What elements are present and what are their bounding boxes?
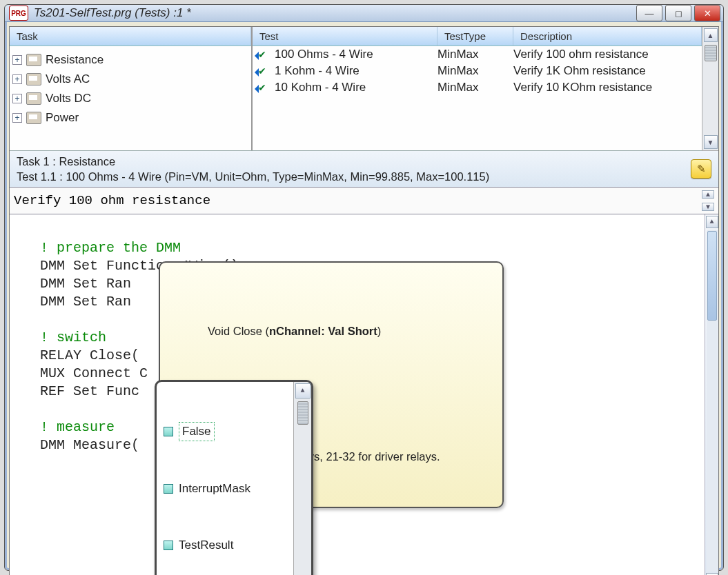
autocomplete-popup[interactable]: False InterruptMask TestResult TestStatu…	[155, 380, 313, 575]
window-title: Ts201-SelfTest.prg (Tests) :1 *	[34, 6, 636, 20]
tooltip-signature: Void Close (nChannel: Val Short)	[170, 304, 493, 358]
desc-stepper[interactable]: ▲ ▼	[702, 189, 714, 212]
autocomplete-item[interactable]: False	[157, 421, 293, 443]
autocomplete-label: InterruptMask	[179, 480, 250, 498]
test-list[interactable]: 100 Ohms - 4 Wire MinMax Verify 100 ohm …	[253, 46, 702, 150]
description-text: Verify 100 ohm resistance	[14, 193, 702, 208]
top-vscrollbar[interactable]: ▲ ▼	[702, 27, 718, 151]
task-label: Power	[46, 108, 79, 128]
autocomplete-scrollbar[interactable]: ▲ ▼	[293, 382, 311, 575]
task-icon	[26, 73, 41, 85]
scroll-down-icon[interactable]: ▼	[704, 135, 718, 149]
note-icon: ✎	[697, 163, 706, 175]
code-line: MUX Connect C	[40, 365, 148, 381]
task-label: Volts AC	[46, 70, 90, 89]
autocomplete-label: TestResult	[179, 536, 233, 554]
col-testtype[interactable]: TestType	[437, 27, 513, 46]
scroll-thumb[interactable]	[705, 45, 717, 61]
task-pane: Task + Resistance + Volts AC + Volts D	[10, 27, 253, 150]
test-icon	[257, 50, 270, 61]
info-task: Task 1 : Resistance	[17, 154, 691, 169]
test-name: 1 Kohm - 4 Wire	[275, 64, 360, 78]
code-line: ! measure	[40, 419, 115, 435]
titlebar[interactable]: PRG Ts201-SelfTest.prg (Tests) :1 * — ◻ …	[5, 5, 723, 22]
task-icon	[26, 92, 41, 105]
expand-icon[interactable]: +	[12, 94, 22, 103]
test-desc: Verify 100 ohm resistance	[513, 48, 702, 61]
test-row[interactable]: 100 Ohms - 4 Wire MinMax Verify 100 ohm …	[253, 46, 702, 63]
info-band: Task 1 : Resistance Test 1.1 : 100 Ohms …	[10, 151, 718, 188]
col-test[interactable]: Test	[253, 27, 437, 46]
editor-vscrollbar[interactable]: ▲ ▼	[705, 214, 718, 575]
expand-icon[interactable]: +	[12, 113, 22, 123]
col-description[interactable]: Description	[513, 27, 702, 46]
minimize-button[interactable]: —	[636, 5, 662, 21]
test-icon	[257, 67, 270, 78]
app-window: PRG Ts201-SelfTest.prg (Tests) :1 * — ◻ …	[4, 4, 724, 571]
task-tree[interactable]: + Resistance + Volts AC + Volts DC +	[10, 46, 251, 150]
code-line: RELAY Close(	[40, 347, 139, 363]
step-up-icon[interactable]: ▲	[702, 190, 714, 199]
col-task[interactable]: Task	[10, 27, 251, 46]
code-line: REF Set Func	[40, 383, 139, 399]
scroll-thumb[interactable]	[707, 231, 717, 321]
scroll-up-icon[interactable]: ▲	[706, 216, 718, 228]
close-button[interactable]: ✕	[694, 5, 720, 21]
autocomplete-item[interactable]: TestResult	[157, 535, 293, 556]
task-row[interactable]: + Volts DC	[12, 89, 248, 108]
scroll-thumb[interactable]	[297, 401, 308, 425]
keyword-icon	[164, 484, 173, 494]
keyword-icon	[164, 541, 173, 550]
info-test: Test 1.1 : 100 Ohms - 4 Wire (Pin=VM, Un…	[17, 169, 691, 184]
scroll-up-icon[interactable]: ▲	[295, 383, 311, 399]
expand-icon[interactable]: +	[12, 55, 22, 65]
client-area: Task + Resistance + Volts AC + Volts D	[9, 26, 719, 575]
task-icon	[26, 112, 41, 124]
code-line: ! switch	[40, 330, 106, 345]
code-line: DMM Set Ran	[40, 294, 131, 310]
test-icon	[257, 83, 270, 94]
test-name: 100 Ohms - 4 Wire	[275, 48, 373, 61]
description-bar: Verify 100 ohm resistance ▲ ▼	[10, 188, 718, 214]
task-row[interactable]: + Power	[12, 108, 248, 128]
code-line: DMM Set Ran	[40, 276, 131, 292]
step-down-icon[interactable]: ▼	[702, 203, 714, 211]
test-type: MinMax	[437, 64, 513, 78]
test-desc: Verify 10 KOhm resistance	[513, 81, 702, 94]
test-name: 10 Kohm - 4 Wire	[275, 81, 366, 94]
test-type: MinMax	[437, 81, 513, 94]
expand-icon[interactable]: +	[12, 74, 22, 84]
code-editor[interactable]: ! prepare the DMM DMM Set Function 4Wire…	[10, 214, 705, 575]
test-pane: Test TestType Description 100 Ohms - 4 W…	[253, 27, 702, 150]
task-label: Resistance	[46, 50, 104, 70]
task-row[interactable]: + Resistance	[12, 50, 248, 70]
test-desc: Verify 1K Ohm resistance	[513, 64, 702, 78]
test-row[interactable]: 10 Kohm - 4 Wire MinMax Verify 10 KOhm r…	[253, 79, 702, 96]
keyword-icon	[164, 427, 173, 436]
task-row[interactable]: + Volts AC	[12, 70, 248, 89]
test-row[interactable]: 1 Kohm - 4 Wire MinMax Verify 1K Ohm res…	[253, 63, 702, 79]
autocomplete-label: False	[179, 422, 215, 441]
maximize-button[interactable]: ◻	[665, 5, 691, 21]
code-line: ! prepare the DMM	[40, 240, 181, 256]
app-icon: PRG	[9, 6, 28, 21]
task-icon	[26, 54, 41, 66]
notes-button[interactable]: ✎	[691, 159, 711, 179]
code-line: DMM Measure(	[40, 437, 139, 453]
task-label: Volts DC	[46, 89, 91, 108]
scroll-up-icon[interactable]: ▲	[704, 28, 718, 42]
test-type: MinMax	[437, 48, 513, 61]
autocomplete-item[interactable]: InterruptMask	[157, 478, 293, 499]
